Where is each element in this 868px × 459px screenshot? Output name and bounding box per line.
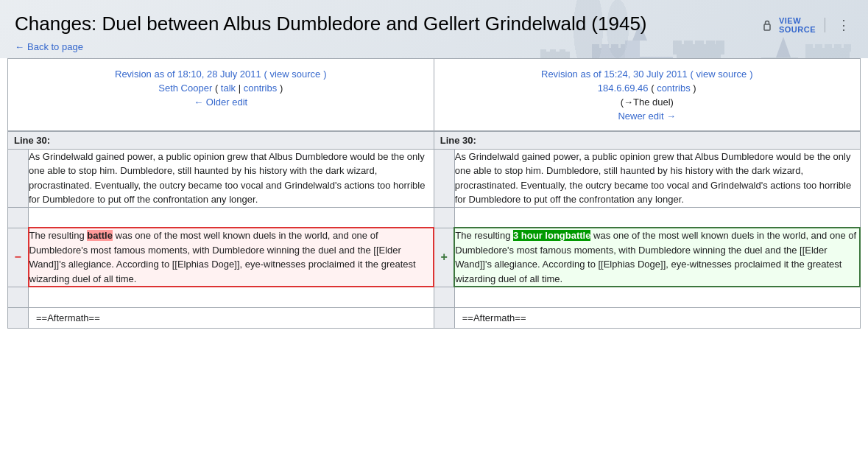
newer-edit-link[interactable]: Newer edit → bbox=[446, 111, 849, 122]
left-rev-link[interactable]: Revision as of 18:10, 28 July 2011 bbox=[115, 69, 264, 80]
section-row: ==Aftermath== ==Aftermath== bbox=[8, 307, 861, 329]
svg-rect-7 bbox=[596, 55, 632, 58]
svg-rect-17 bbox=[677, 52, 721, 58]
right-unchanged-text: As Grindelwald gained power, a public op… bbox=[454, 149, 860, 207]
svg-rect-35 bbox=[764, 24, 770, 30]
left-contribs-link[interactable]: contribs bbox=[244, 83, 278, 94]
right-ip-link[interactable]: 184.6.69.46 bbox=[598, 83, 649, 94]
right-rev-label: Revision as of 15:24, 30 July 2011 bbox=[541, 69, 688, 80]
vertical-divider bbox=[825, 18, 825, 32]
left-author-link[interactable]: Seth Cooper bbox=[158, 83, 212, 94]
deleted-prefix: The resulting bbox=[29, 230, 88, 241]
left-talk-link[interactable]: talk bbox=[221, 83, 236, 94]
svg-rect-28 bbox=[809, 55, 846, 58]
right-change-marker: + bbox=[434, 228, 454, 287]
right-view-source-link[interactable]: view source bbox=[696, 69, 747, 80]
left-unchanged-text: As Grindelwald gained power, a public op… bbox=[29, 149, 434, 207]
view-source-button[interactable]: VIEW SOURCE bbox=[779, 16, 816, 34]
older-edit-link[interactable]: ← Older edit bbox=[20, 97, 422, 108]
more-options-button[interactable]: ⋮ bbox=[834, 17, 853, 33]
blank-row-2 bbox=[8, 287, 861, 307]
svg-rect-26 bbox=[761, 57, 798, 58]
right-line-num-unchanged bbox=[434, 149, 454, 207]
view-source-label: VIEW SOURCE bbox=[779, 16, 816, 34]
added-highlight: 3 hour longbattle bbox=[513, 230, 590, 241]
right-contribs-link[interactable]: contribs bbox=[657, 83, 691, 94]
lock-icon bbox=[761, 19, 773, 31]
back-to-page-link[interactable]: ← Back to page bbox=[15, 41, 83, 52]
blank-row bbox=[8, 207, 861, 228]
diff-table: Line 30: Line 30: As Grindelwald gained … bbox=[7, 131, 861, 329]
back-label: Back to page bbox=[27, 41, 83, 52]
right-section-text: ==Aftermath== bbox=[454, 307, 860, 329]
line-header-row: Line 30: Line 30: bbox=[8, 131, 861, 149]
added-prefix: The resulting bbox=[455, 230, 513, 241]
left-rev-label: Revision as of 18:10, 28 July 2011 bbox=[115, 69, 261, 80]
right-revision-header: Revision as of 15:24, 30 July 2011 ( vie… bbox=[434, 59, 861, 131]
left-revision-header: Revision as of 18:10, 28 July 2011 ( vie… bbox=[8, 59, 434, 131]
deleted-highlight: battle bbox=[87, 230, 113, 241]
right-rev-link[interactable]: Revision as of 15:24, 30 July 2011 bbox=[541, 69, 690, 80]
right-line-header: Line 30: bbox=[434, 131, 860, 149]
right-changed-text: The resulting 3 hour longbattle was one … bbox=[454, 228, 860, 287]
left-line-header: Line 30: bbox=[8, 131, 434, 149]
changed-row: − The resulting battle was one of the mo… bbox=[8, 228, 861, 287]
svg-rect-1 bbox=[540, 52, 570, 58]
unchanged-row: As Grindelwald gained power, a public op… bbox=[8, 149, 861, 207]
edit-summary: (→The duel) bbox=[446, 97, 849, 108]
left-line-num-unchanged bbox=[8, 149, 29, 207]
page-title: Changes: Duel between Albus Dumbledore a… bbox=[15, 12, 647, 37]
arrow-left-icon: ← bbox=[15, 41, 24, 52]
left-section-text: ==Aftermath== bbox=[29, 307, 434, 329]
left-change-marker: − bbox=[8, 228, 29, 287]
left-view-source-link[interactable]: view source bbox=[270, 69, 321, 80]
svg-rect-15 bbox=[640, 57, 673, 58]
left-changed-text: The resulting battle was one of the most… bbox=[29, 228, 434, 287]
